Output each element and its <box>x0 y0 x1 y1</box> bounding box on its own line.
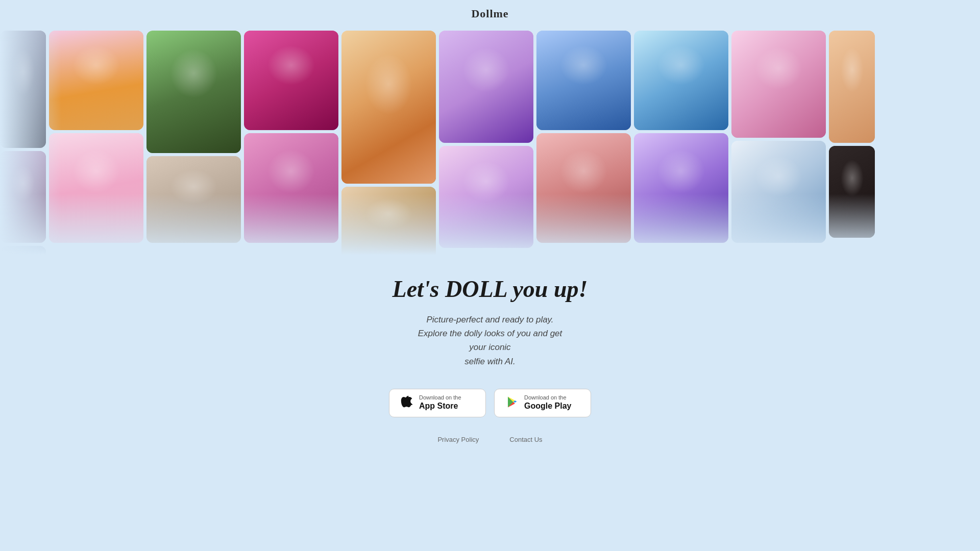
photo-card <box>0 151 46 243</box>
grid-column-4 <box>244 31 338 255</box>
grid-column-5 <box>341 31 436 255</box>
photo-card <box>49 31 143 130</box>
photo-card <box>829 31 875 143</box>
photo-grid <box>0 0 980 255</box>
appstore-name: App Store <box>419 401 461 412</box>
store-buttons: Download on the App Store Download on th… <box>389 389 591 417</box>
main-content: Let's DOLL you up! Picture-perfect and r… <box>0 265 980 454</box>
photo-card <box>439 146 533 248</box>
googleplay-label: Download on the <box>524 394 571 401</box>
header: Dollme <box>0 0 980 28</box>
grid-column-6 <box>439 31 533 255</box>
headline: Let's DOLL you up! <box>393 276 588 303</box>
photo-card <box>244 31 338 130</box>
grid-column-10 <box>829 31 875 255</box>
photo-card <box>731 141 826 243</box>
privacy-policy-link[interactable]: Privacy Policy <box>437 436 479 443</box>
grid-column-8 <box>634 31 728 255</box>
footer: Privacy Policy Contact Us <box>437 436 542 443</box>
photo-card <box>341 31 436 184</box>
subtitle: Picture-perfect and ready to play. Explo… <box>408 313 572 368</box>
photo-card <box>0 246 46 255</box>
photo-card <box>634 31 728 130</box>
photo-card <box>341 187 436 255</box>
apple-icon <box>401 395 414 411</box>
logo: Dollme <box>471 7 508 20</box>
appstore-text: Download on the App Store <box>419 394 461 412</box>
grid-column-2 <box>49 31 143 255</box>
appstore-button[interactable]: Download on the App Store <box>389 389 486 417</box>
googleplay-name: Google Play <box>524 401 571 412</box>
grid-column-1 <box>0 31 46 255</box>
photo-card <box>439 31 533 143</box>
googleplay-icon <box>506 395 519 411</box>
photo-card <box>244 133 338 243</box>
grid-column-7 <box>536 31 631 255</box>
photo-card <box>146 156 241 243</box>
photo-card <box>731 31 826 138</box>
appstore-label: Download on the <box>419 394 461 401</box>
photo-card <box>146 31 241 153</box>
photo-card <box>536 133 631 243</box>
googleplay-text: Download on the Google Play <box>524 394 571 412</box>
photo-card <box>634 133 728 243</box>
contact-us-link[interactable]: Contact Us <box>509 436 542 443</box>
photo-card <box>0 31 46 148</box>
photo-card <box>536 31 631 130</box>
photo-card <box>49 133 143 243</box>
photo-card <box>829 146 875 238</box>
googleplay-button[interactable]: Download on the Google Play <box>494 389 591 417</box>
grid-column-9 <box>731 31 826 255</box>
grid-column-3 <box>146 31 241 255</box>
